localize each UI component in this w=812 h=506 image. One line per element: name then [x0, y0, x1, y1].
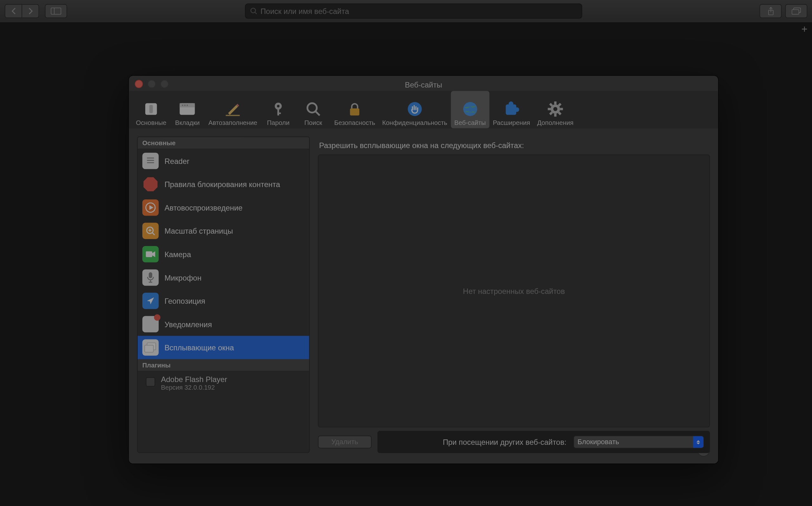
- websites-content: Разрешить всплывающие окна на следующих …: [318, 136, 710, 453]
- tab-websites[interactable]: Веб-сайты: [451, 91, 489, 129]
- sidebar-button[interactable]: [45, 4, 67, 18]
- svg-rect-0: [51, 8, 61, 14]
- svg-rect-30: [548, 108, 551, 110]
- svg-marker-42: [149, 205, 154, 210]
- content-heading: Разрешить всплывающие окна на следующих …: [318, 136, 710, 154]
- plugin-version: Версия 32.0.0.192: [161, 384, 305, 391]
- notifications-icon: [142, 316, 159, 332]
- minimize-window-button[interactable]: [148, 80, 156, 88]
- sidebar-item-notifications[interactable]: Уведомления: [138, 313, 309, 336]
- sidebar-item-autoplay[interactable]: Автовоспроизведение: [138, 196, 309, 220]
- configured-websites-list[interactable]: Нет настроенных веб-сайтов: [318, 154, 710, 427]
- zoom-icon: [142, 223, 159, 239]
- svg-rect-21: [350, 108, 359, 115]
- default-rule-bar: При посещении других веб-сайтов: Блокиро…: [378, 431, 710, 453]
- sidebar-item-location[interactable]: Геопозиция: [138, 289, 309, 313]
- prefs-title: Веб-сайты: [405, 80, 442, 89]
- websites-sidebar: Основные Reader Правила блокирования кон…: [137, 136, 310, 453]
- sidebar-item-content-blockers[interactable]: Правила блокирования контента: [138, 172, 309, 196]
- tab-general[interactable]: Основные: [132, 91, 170, 129]
- svg-point-11: [182, 105, 183, 106]
- svg-line-20: [316, 111, 320, 115]
- svg-rect-28: [554, 101, 556, 104]
- reader-icon: [142, 153, 159, 169]
- svg-marker-48: [152, 251, 155, 257]
- chevron-updown-icon: [693, 436, 704, 448]
- lock-icon: [346, 100, 363, 117]
- svg-rect-6: [792, 9, 799, 14]
- tab-search[interactable]: Поиск: [296, 91, 330, 129]
- svg-line-44: [152, 233, 155, 235]
- sidebar-item-microphone[interactable]: Микрофон: [138, 266, 309, 289]
- svg-rect-47: [146, 251, 152, 257]
- sidebar-item-camera[interactable]: Камера: [138, 243, 309, 266]
- microphone-icon: [142, 269, 159, 286]
- window-icon: [179, 100, 196, 117]
- tab-tabs[interactable]: Вкладки: [170, 91, 205, 129]
- svg-marker-40: [143, 177, 157, 191]
- windows-icon: [142, 339, 159, 355]
- svg-point-16: [277, 105, 279, 107]
- zoom-window-button[interactable]: [161, 80, 169, 88]
- prefs-toolbar: Основные Вкладки Автозаполнение Пароли П…: [129, 91, 718, 129]
- svg-marker-50: [147, 298, 154, 304]
- safari-toolbar: Поиск или имя веб-сайта: [0, 0, 812, 23]
- svg-rect-8: [149, 105, 153, 113]
- location-icon: [142, 292, 159, 309]
- preferences-window: Веб-сайты Основные Вкладки Автозаполнени…: [129, 76, 718, 463]
- rule-label: При посещении других веб-сайтов:: [443, 437, 567, 446]
- svg-rect-29: [554, 114, 556, 117]
- plugin-name: Adobe Flash Player: [161, 375, 305, 384]
- plugin-checkbox[interactable]: [146, 377, 155, 387]
- sidebar-item-popups[interactable]: Всплывающие окна: [138, 336, 309, 359]
- sidebar-section-plugins: Плагины: [138, 359, 309, 371]
- sidebar-item-reader[interactable]: Reader: [138, 149, 309, 173]
- prefs-titlebar: Веб-сайты: [129, 76, 718, 91]
- share-button[interactable]: [760, 4, 782, 18]
- svg-point-2: [251, 8, 255, 13]
- tab-passwords[interactable]: Пароли: [261, 91, 296, 129]
- tabs-button[interactable]: [785, 4, 807, 18]
- svg-rect-52: [145, 345, 154, 352]
- sidebar-item-page-zoom[interactable]: Масштаб страницы: [138, 220, 309, 243]
- svg-rect-31: [560, 108, 563, 110]
- search-icon: [250, 8, 257, 15]
- empty-placeholder: Нет настроенных веб-сайтов: [463, 286, 565, 296]
- tab-autofill[interactable]: Автозаполнение: [205, 91, 261, 129]
- svg-rect-49: [149, 272, 152, 278]
- tab-extensions[interactable]: Расширения: [489, 91, 534, 129]
- sidebar-section-general: Основные: [138, 137, 309, 149]
- svg-point-13: [187, 105, 188, 106]
- svg-point-12: [184, 105, 185, 106]
- svg-point-25: [514, 107, 519, 112]
- forward-button[interactable]: [22, 4, 39, 18]
- url-placeholder: Поиск или имя веб-сайта: [260, 7, 349, 15]
- tab-security[interactable]: Безопасность: [331, 91, 379, 129]
- svg-rect-18: [277, 112, 281, 114]
- rule-value: Блокировать: [578, 438, 619, 446]
- svg-point-22: [408, 102, 421, 116]
- switch-icon: [142, 100, 160, 117]
- puzzle-icon: [503, 100, 520, 117]
- url-bar[interactable]: Поиск или имя веб-сайта: [245, 3, 582, 19]
- magnifier-icon: [305, 100, 322, 117]
- hand-icon: [406, 100, 423, 117]
- play-icon: [142, 199, 159, 216]
- svg-point-19: [307, 103, 317, 112]
- svg-point-36: [553, 107, 557, 111]
- svg-point-23: [463, 102, 477, 116]
- tab-advanced[interactable]: Дополнения: [534, 91, 577, 129]
- new-tab-button[interactable]: +: [797, 22, 812, 36]
- svg-rect-17: [277, 109, 279, 115]
- plugin-flash[interactable]: Adobe Flash Player Версия 32.0.0.192: [138, 371, 309, 395]
- globe-icon: [461, 100, 479, 117]
- camera-icon: [142, 246, 159, 262]
- svg-line-3: [255, 12, 257, 14]
- back-button[interactable]: [5, 4, 22, 18]
- pencil-icon: [224, 100, 241, 117]
- remove-button[interactable]: Удалить: [318, 436, 372, 448]
- close-window-button[interactable]: [135, 80, 143, 88]
- rule-select[interactable]: Блокировать: [573, 436, 704, 448]
- gear-icon: [547, 100, 564, 117]
- tab-privacy[interactable]: Конфиденциальность: [379, 91, 451, 129]
